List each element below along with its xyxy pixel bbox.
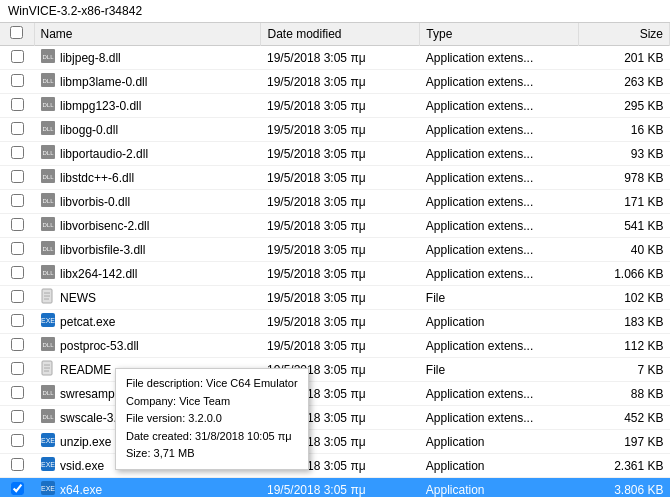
row-checkbox[interactable] (11, 146, 24, 159)
tooltip-size: Size: 3,71 MB (126, 445, 298, 463)
svg-text:DLL: DLL (43, 342, 55, 348)
svg-text:DLL: DLL (43, 126, 55, 132)
row-name-text: README (60, 363, 111, 377)
table-row[interactable]: DLLswresample-1.dll19/5/2018 3:05 πμAppl… (0, 382, 670, 406)
row-checkbox[interactable] (11, 458, 24, 471)
svg-text:DLL: DLL (43, 102, 55, 108)
row-checkbox[interactable] (11, 218, 24, 231)
row-name-text: libvorbisenc-2.dll (60, 219, 149, 233)
row-checkbox[interactable] (11, 410, 24, 423)
row-checkbox-cell (0, 166, 34, 190)
row-checkbox-cell (0, 478, 34, 498)
table-row[interactable]: NEWS19/5/2018 3:05 πμFile102 KB (0, 286, 670, 310)
table-row[interactable]: DLLlibmp3lame-0.dll19/5/2018 3:05 πμAppl… (0, 70, 670, 94)
table-row[interactable]: EXEx64.exe19/5/2018 3:05 πμApplication3.… (0, 478, 670, 498)
dll-icon: DLL (40, 144, 56, 163)
select-all-checkbox[interactable] (10, 26, 23, 39)
table-row[interactable]: DLLlibvorbisenc-2.dll19/5/2018 3:05 πμAp… (0, 214, 670, 238)
svg-text:DLL: DLL (43, 270, 55, 276)
header-name[interactable]: Name (34, 23, 261, 46)
row-date: 19/5/2018 3:05 πμ (261, 46, 420, 70)
table-row[interactable]: DLLlibx264-142.dll19/5/2018 3:05 πμAppli… (0, 262, 670, 286)
row-size: 2.361 KB (579, 454, 670, 478)
row-name: DLLpostproc-53.dll (34, 334, 261, 357)
dll-icon: DLL (40, 48, 56, 67)
row-type: Application extens... (420, 214, 579, 238)
row-name: DLLlibmpg123-0.dll (34, 94, 261, 117)
table-row[interactable]: EXEpetcat.exe19/5/2018 3:05 πμApplicatio… (0, 310, 670, 334)
row-checkbox-cell (0, 286, 34, 310)
row-checkbox[interactable] (11, 242, 24, 255)
row-name: DLLlibstdc++-6.dll (34, 166, 261, 189)
row-checkbox[interactable] (11, 98, 24, 111)
header-checkbox[interactable] (0, 23, 34, 46)
row-name: DLLlibportaudio-2.dll (34, 142, 261, 165)
row-checkbox[interactable] (11, 266, 24, 279)
row-checkbox-cell (0, 238, 34, 262)
row-size: 183 KB (579, 310, 670, 334)
exe-icon: EXE (40, 432, 56, 451)
svg-text:EXE: EXE (41, 317, 55, 324)
row-name: DLLlibogg-0.dll (34, 118, 261, 141)
table-row[interactable]: DLLlibstdc++-6.dll19/5/2018 3:05 πμAppli… (0, 166, 670, 190)
dll-icon: DLL (40, 168, 56, 187)
header-type[interactable]: Type (420, 23, 579, 46)
row-name-text: postproc-53.dll (60, 339, 139, 353)
row-size: 16 KB (579, 118, 670, 142)
row-checkbox[interactable] (11, 170, 24, 183)
row-type: Application extens... (420, 334, 579, 358)
table-row[interactable]: DLLlibvorbisfile-3.dll19/5/2018 3:05 πμA… (0, 238, 670, 262)
row-checkbox-cell (0, 358, 34, 382)
dll-icon: DLL (40, 120, 56, 139)
row-name-text: petcat.exe (60, 315, 115, 329)
row-size: 171 KB (579, 190, 670, 214)
row-type: Application extens... (420, 70, 579, 94)
row-size: 102 KB (579, 286, 670, 310)
row-checkbox-cell (0, 430, 34, 454)
row-name: DLLlibx264-142.dll (34, 262, 261, 285)
row-checkbox[interactable] (11, 194, 24, 207)
table-row[interactable]: DLLswscale-3.dll19/5/2018 3:05 πμApplica… (0, 406, 670, 430)
row-name-text: libstdc++-6.dll (60, 171, 134, 185)
row-checkbox[interactable] (11, 122, 24, 135)
exe-icon: EXE (40, 480, 56, 497)
row-checkbox[interactable] (11, 482, 24, 495)
row-checkbox[interactable] (11, 386, 24, 399)
table-row[interactable]: DLLlibjpeg-8.dll19/5/2018 3:05 πμApplica… (0, 46, 670, 70)
row-name-text: libvorbisfile-3.dll (60, 243, 145, 257)
row-type: Application extens... (420, 94, 579, 118)
row-name: NEWS (34, 286, 261, 309)
table-row[interactable]: README19/5/2018 3:05 πμFile7 KB (0, 358, 670, 382)
table-row[interactable]: EXEunzip.exe19/5/2018 3:05 πμApplication… (0, 430, 670, 454)
table-row[interactable]: DLLlibvorbis-0.dll19/5/2018 3:05 πμAppli… (0, 190, 670, 214)
row-checkbox[interactable] (11, 338, 24, 351)
table-row[interactable]: DLLpostproc-53.dll19/5/2018 3:05 πμAppli… (0, 334, 670, 358)
row-checkbox[interactable] (11, 362, 24, 375)
row-checkbox-cell (0, 262, 34, 286)
row-name: DLLlibjpeg-8.dll (34, 46, 261, 69)
file-tooltip: File description: Vice C64 Emulator Comp… (115, 368, 309, 470)
row-name-text: libvorbis-0.dll (60, 195, 130, 209)
row-size: 452 KB (579, 406, 670, 430)
row-checkbox-cell (0, 334, 34, 358)
table-row[interactable]: DLLlibogg-0.dll19/5/2018 3:05 πμApplicat… (0, 118, 670, 142)
dll-icon: DLL (40, 264, 56, 283)
table-row[interactable]: EXEvsid.exe19/5/2018 3:05 πμApplication2… (0, 454, 670, 478)
row-checkbox[interactable] (11, 74, 24, 87)
svg-text:DLL: DLL (43, 54, 55, 60)
file-list-container[interactable]: Name Date modified Type Size DLLlibjpeg-… (0, 23, 670, 497)
row-type: Application extens... (420, 262, 579, 286)
row-checkbox[interactable] (11, 434, 24, 447)
row-name-text: libportaudio-2.dll (60, 147, 148, 161)
row-checkbox[interactable] (11, 50, 24, 63)
header-size[interactable]: Size (579, 23, 670, 46)
row-date: 19/5/2018 3:05 πμ (261, 118, 420, 142)
row-checkbox[interactable] (11, 290, 24, 303)
table-row[interactable]: DLLlibportaudio-2.dll19/5/2018 3:05 πμAp… (0, 142, 670, 166)
row-checkbox[interactable] (11, 314, 24, 327)
svg-text:EXE: EXE (41, 461, 55, 468)
row-type: Application extens... (420, 46, 579, 70)
header-date[interactable]: Date modified (261, 23, 420, 46)
table-row[interactable]: DLLlibmpg123-0.dll19/5/2018 3:05 πμAppli… (0, 94, 670, 118)
row-checkbox-cell (0, 382, 34, 406)
